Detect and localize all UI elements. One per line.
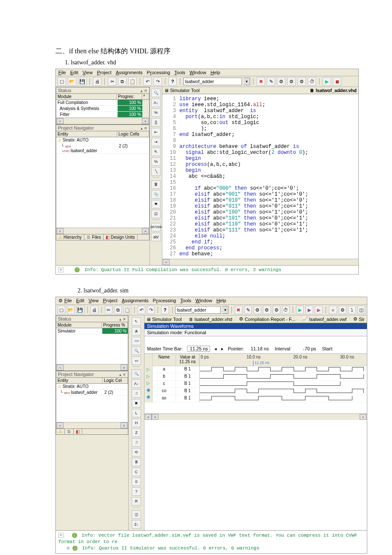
count-icon[interactable]: Ⅲ: [132, 458, 141, 466]
tools-menu[interactable]: Tools: [174, 70, 185, 75]
scroll-left2-icon[interactable]: <: [360, 414, 366, 420]
scroll-up-icon[interactable]: ^: [142, 94, 149, 99]
pencil-icon[interactable]: ✎: [267, 77, 275, 86]
editor-hscroll[interactable]: <: [162, 259, 358, 265]
force-high-icon[interactable]: L: [132, 409, 141, 417]
help-icon[interactable]: ?: [168, 77, 177, 86]
redo-icon[interactable]: ↷: [153, 77, 162, 86]
panel-close-icon[interactable]: ✕: [144, 89, 147, 93]
waveform-row[interactable]: [200, 373, 367, 381]
signal-row[interactable]: bB 1: [153, 373, 199, 381]
gear3-icon[interactable]: ⚙: [297, 77, 306, 86]
tree-item[interactable]: ⚠ Stratix: AUTO: [56, 137, 149, 143]
cut-icon[interactable]: ✂: [108, 77, 116, 86]
force-x-icon[interactable]: ⎍: [132, 438, 141, 447]
waveform-row[interactable]: [200, 388, 367, 395]
panel-min-icon[interactable]: ▴: [119, 373, 121, 377]
pencil-icon[interactable]: ✎: [244, 306, 252, 314]
tab-sir[interactable]: ⚙ Sir: [353, 316, 364, 322]
panel-min-icon[interactable]: ▴: [141, 126, 143, 130]
copy-icon[interactable]: ⧉: [118, 77, 127, 86]
undo-icon[interactable]: ↶: [143, 77, 152, 86]
scroll-left-icon[interactable]: <: [57, 364, 63, 370]
panel-min-icon[interactable]: ▴: [119, 317, 121, 321]
timing-icon[interactable]: ⏱: [282, 306, 290, 314]
waveform-grid[interactable]: ▷▷▷◉◉ Name Value at 11.25 ns aB 1bB 1cB …: [144, 354, 367, 402]
overwrite-icon[interactable]: 0: [132, 477, 141, 486]
gear2-icon[interactable]: ⚙: [263, 306, 271, 314]
scroll-right-icon[interactable]: >: [121, 364, 127, 370]
waveform-row[interactable]: [200, 366, 367, 373]
project-menu[interactable]: Project: [97, 70, 111, 75]
tree-item[interactable]: └ abd VHD lsatwof_adder2 (2): [56, 143, 149, 154]
tab-files[interactable]: 🗎Files: [84, 234, 104, 240]
wave-hscroll[interactable]: < > <: [144, 413, 367, 420]
new-icon[interactable]: ▢: [58, 77, 66, 86]
waveform-row[interactable]: [200, 395, 367, 402]
fullwave-icon[interactable]: ▭: [132, 356, 141, 365]
nav-hscroll[interactable]: < >: [56, 422, 128, 428]
tab-vhd[interactable]: 🗎 lsatwof_adder.vhd: [189, 316, 233, 322]
tab-sim-tool[interactable]: 🖥 Simulator Tool: [146, 316, 182, 322]
status-row[interactable]: Simulator100 %: [56, 328, 128, 334]
paste-icon[interactable]: 📋: [124, 306, 131, 314]
scroll-right-icon[interactable]: >: [152, 414, 159, 420]
status-hscroll[interactable]: < >: [56, 118, 149, 124]
tab-vwf[interactable]: 📈 lsatwof_adder.vwf: [302, 316, 346, 322]
report-icon[interactable]: ⚙: [339, 306, 346, 314]
view-menu[interactable]: View: [89, 298, 99, 304]
panel-close-icon[interactable]: ✕: [123, 373, 126, 377]
help-icon[interactable]: ?: [161, 306, 169, 314]
pen-icon[interactable]: ✎: [151, 147, 161, 156]
project-name-field[interactable]: lsatwof_adder: [183, 78, 242, 85]
gear1-icon[interactable]: ⚙: [254, 306, 261, 314]
glasses-icon[interactable]: 👓: [132, 337, 141, 345]
compile-icon[interactable]: ✖: [257, 77, 265, 86]
clock-icon[interactable]: C: [132, 468, 141, 476]
play-icon[interactable]: ▶: [296, 306, 304, 314]
help-menu[interactable]: Help: [216, 298, 226, 304]
gear1-icon[interactable]: ⚙: [277, 77, 285, 86]
view-menu[interactable]: View: [83, 70, 93, 75]
random-icon[interactable]: ?: [132, 487, 141, 496]
tree-item[interactable]: ⚠ Stratix: AUTO: [56, 384, 128, 390]
invert-icon[interactable]: ⟲: [132, 448, 141, 457]
help-menu[interactable]: Help: [210, 70, 220, 75]
signal-row[interactable]: coB 1: [153, 388, 199, 395]
print-icon[interactable]: 🖨: [93, 77, 101, 86]
force-z-icon[interactable]: Z: [132, 428, 141, 437]
next-edge-icon[interactable]: ▸: [221, 346, 224, 352]
file-menu[interactable]: File: [64, 298, 72, 304]
scroll-right-icon[interactable]: >: [142, 118, 149, 124]
find-icon[interactable]: 🔍: [132, 370, 141, 378]
gear3-icon[interactable]: ⚙: [273, 306, 280, 314]
scroll-right-icon[interactable]: >: [121, 422, 127, 428]
scroll-left-icon[interactable]: <: [145, 414, 152, 420]
project-menu[interactable]: Project: [103, 298, 117, 304]
assign-menu[interactable]: Assignments: [122, 298, 149, 304]
compile-icon[interactable]: ✖: [235, 306, 242, 314]
signal-row[interactable]: cB 1: [153, 381, 199, 388]
open-icon[interactable]: 📂: [67, 306, 75, 314]
tab-hierarchy[interactable]: ⚠: [56, 429, 65, 434]
pointer-icon[interactable]: ↖: [132, 317, 141, 326]
panel-close-icon[interactable]: ✕: [123, 317, 126, 321]
msg-close-icon[interactable]: ✕: [58, 533, 63, 538]
tab-simulator-tool[interactable]: 🖥Simulator Tool: [164, 88, 200, 93]
pen3-icon[interactable]: ╲: [151, 167, 161, 176]
status-hscroll[interactable]: < >: [56, 364, 128, 370]
redo-icon[interactable]: ↷: [147, 306, 155, 314]
code-editor[interactable]: 1library ieee; 2use ieee.std_logic_1164.…: [162, 94, 358, 259]
signal-row[interactable]: aB 1: [153, 366, 199, 373]
jump-icon[interactable]: {}: [151, 118, 161, 127]
tab-vhd-file[interactable]: 🗎lsatwof_adder.vhd: [310, 88, 357, 93]
stop-icon[interactable]: ◼: [333, 77, 341, 86]
new-icon[interactable]: ▢: [58, 306, 65, 314]
processing-menu[interactable]: Processing: [147, 70, 170, 75]
random2-icon[interactable]: R: [132, 497, 141, 506]
paste-icon[interactable]: 📋: [128, 77, 137, 86]
waveform-row[interactable]: [200, 381, 367, 388]
status-row[interactable]: Analysis & Synthesis100 %: [56, 106, 149, 112]
text-icon[interactable]: A: [132, 327, 141, 335]
project-dropdown-icon[interactable]: ▼: [222, 306, 228, 314]
